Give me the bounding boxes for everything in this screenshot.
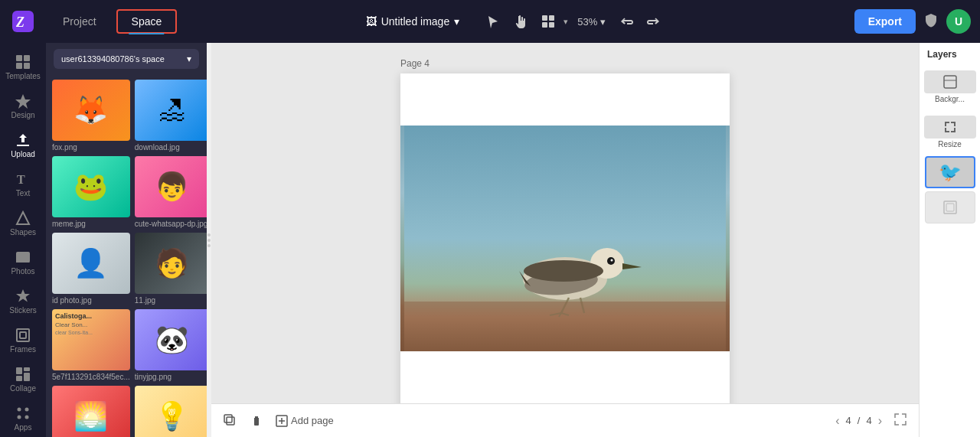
svg-rect-4 — [542, 22, 547, 28]
page-container: Page 4 — [400, 58, 730, 403]
sidebar-label-shapes: Shapes — [10, 228, 36, 236]
layout-dropdown-icon[interactable]: ▾ — [564, 17, 568, 27]
delete-page-button[interactable] — [250, 414, 263, 428]
tab-space[interactable]: Space — [116, 9, 178, 34]
media-item-tiny[interactable]: 🐼 tinyjpg.png — [135, 309, 207, 381]
media-item-11[interactable]: 🧑 11.jpg — [135, 233, 207, 305]
tab-project[interactable]: Project — [49, 11, 110, 32]
svg-point-34 — [611, 259, 613, 262]
media-label-meme: meme.jpg — [52, 220, 130, 228]
media-label-id: id photo.jpg — [52, 296, 130, 305]
svg-rect-21 — [16, 376, 22, 381]
add-page-button[interactable]: Add page — [276, 415, 334, 427]
background-button[interactable]: Backgr... — [924, 66, 976, 108]
hand-tool-button[interactable] — [508, 9, 533, 34]
svg-marker-10 — [15, 94, 31, 109]
sidebar-item-shapes[interactable]: Shapes — [3, 205, 43, 241]
avatar[interactable]: U — [946, 9, 971, 34]
svg-text:Z: Z — [15, 15, 24, 30]
sidebar-label-upload: Upload — [11, 150, 35, 158]
sidebar-item-design[interactable]: Design — [3, 88, 43, 124]
svg-rect-43 — [404, 302, 726, 351]
sidebar-item-frames[interactable]: Frames — [3, 322, 43, 358]
svg-point-36 — [524, 260, 603, 282]
canvas-scroll[interactable]: Page 4 — [211, 43, 919, 403]
space-dropdown-icon: ▾ — [187, 54, 191, 64]
sidebar-item-text[interactable]: T Text — [3, 166, 43, 202]
svg-rect-6 — [16, 55, 22, 61]
media-grid: 🦊 fox.png 🏖 download.jpg 🐸 meme.jpg 👦 — [46, 75, 207, 437]
media-thumb-5e7: Calistoga... Clear Son... clear Sons-Ita… — [52, 309, 130, 370]
svg-rect-19 — [24, 367, 30, 371]
page-canvas[interactable] — [400, 73, 730, 403]
media-label-download: download.jpg — [135, 143, 207, 152]
left-sidebar: Templates Design Upload T Text Shapes Ph… — [0, 43, 46, 437]
document-title: Untitled image — [381, 15, 450, 28]
right-panel: Layers Backgr... Resize 🐦 — [919, 43, 980, 437]
resize-button[interactable]: Resize — [924, 111, 976, 153]
media-label-5e7: 5e7f113291c834f5ec... — [52, 373, 130, 381]
sidebar-label-collage: Collage — [10, 384, 36, 393]
zoom-dropdown-icon: ▾ — [600, 16, 606, 28]
svg-rect-5 — [549, 22, 554, 28]
sidebar-label-frames: Frames — [10, 345, 36, 354]
next-page-button[interactable]: › — [878, 414, 882, 428]
document-title-area[interactable]: 🖼 Untitled image ▾ — [366, 15, 460, 28]
sidebar-label-stickers: Stickers — [9, 306, 37, 315]
sidebar-label-text: Text — [16, 189, 30, 197]
media-item-cute[interactable]: 👦 cute-whatsapp-dp.jpg — [135, 156, 207, 228]
svg-rect-18 — [16, 367, 22, 374]
sidebar-item-templates[interactable]: Templates — [3, 49, 43, 85]
media-item-download[interactable]: 🏖 download.jpg — [135, 80, 207, 152]
media-item-5e7[interactable]: Calistoga... Clear Son... clear Sons-Ita… — [52, 309, 130, 381]
resize-label: Resize — [938, 140, 962, 148]
media-item-2[interactable]: 🌅 2.png — [52, 386, 130, 437]
layer-thumb-2[interactable] — [925, 191, 975, 223]
sidebar-label-templates: Templates — [5, 72, 41, 80]
zoom-control[interactable]: 53% ▾ — [571, 13, 612, 31]
shield-icon[interactable] — [923, 12, 939, 31]
page-current: 4 — [846, 415, 851, 426]
media-thumb-tiny: 🐼 — [135, 309, 207, 370]
sidebar-label-design: Design — [11, 111, 34, 119]
media-thumb-cute: 👦 — [135, 156, 207, 217]
sidebar-item-photos[interactable]: Photos — [3, 244, 43, 280]
expand-button[interactable] — [894, 413, 906, 429]
media-label-11: 11.jpg — [135, 296, 207, 305]
app-logo: Z — [9, 8, 37, 35]
svg-text:T: T — [17, 173, 25, 186]
undo-button[interactable] — [615, 9, 639, 34]
sidebar-item-stickers[interactable]: Stickers — [3, 283, 43, 319]
svg-rect-47 — [944, 76, 956, 88]
prev-page-button[interactable]: ‹ — [835, 414, 839, 428]
media-label-tiny: tinyjpg.png — [135, 373, 207, 381]
sidebar-item-upload[interactable]: Upload — [3, 127, 43, 163]
media-label-fox: fox.png — [52, 143, 130, 152]
media-item-light[interactable]: 💡 light-level3.3a8e5d3... — [135, 386, 207, 437]
sidebar-item-apps[interactable]: Apps — [3, 400, 43, 436]
media-item-fox[interactable]: 🦊 fox.png — [52, 80, 130, 152]
media-thumb-11: 🧑 — [135, 233, 207, 294]
layer-thumb-1[interactable]: 🐦 — [925, 156, 975, 188]
bottom-bar: Add page ‹ 4 / 4 › — [211, 403, 919, 437]
add-page-label: Add page — [291, 415, 334, 426]
svg-point-26 — [207, 233, 211, 236]
svg-point-14 — [19, 254, 22, 257]
redo-button[interactable] — [641, 9, 665, 34]
select-tool-button[interactable] — [481, 9, 505, 34]
svg-rect-45 — [224, 415, 232, 422]
space-selector[interactable]: user613394080786's space ▾ — [54, 49, 199, 69]
duplicate-page-button[interactable] — [224, 414, 237, 428]
media-item-meme[interactable]: 🐸 meme.jpg — [52, 156, 130, 228]
svg-rect-17 — [20, 332, 26, 338]
sidebar-item-collage[interactable]: Collage — [3, 361, 43, 397]
canvas-bird-image[interactable] — [400, 126, 730, 351]
space-label: user613394080786's space — [61, 54, 165, 64]
layout-button[interactable] — [536, 9, 560, 34]
topbar-right: Export U — [854, 9, 971, 34]
svg-point-22 — [18, 408, 21, 412]
svg-rect-16 — [17, 329, 29, 341]
media-item-id[interactable]: 👤 id photo.jpg — [52, 233, 130, 305]
document-icon: 🖼 — [366, 15, 377, 28]
export-button[interactable]: Export — [854, 9, 916, 34]
